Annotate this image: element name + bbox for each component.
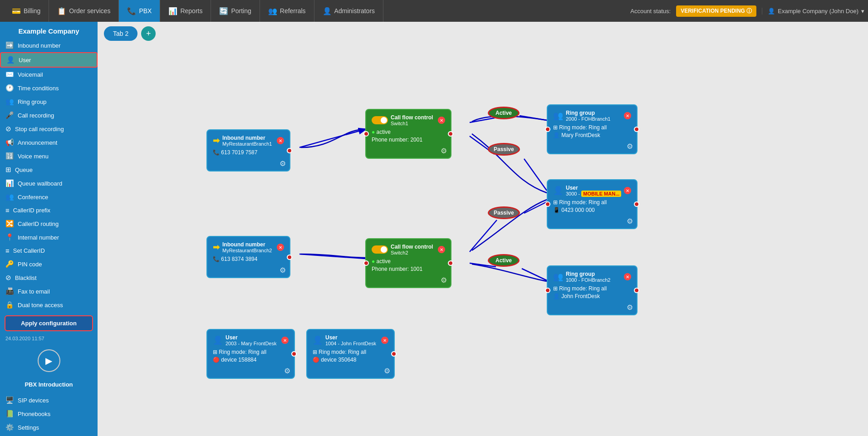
fax-icon: 📠 — [5, 287, 14, 295]
callflow2-close-btn[interactable]: ✕ — [438, 246, 445, 253]
sidebar-item-user[interactable]: 👤 User — [0, 52, 98, 68]
badge-passive1[interactable]: Passive — [488, 143, 520, 156]
inbound2-gear-icon[interactable]: ⚙ — [280, 266, 286, 274]
tab-administrators[interactable]: 👤 Administrators — [314, 0, 383, 22]
user-john-header: 👤 User 1004 - John FrontDesk ✕ — [313, 334, 388, 346]
inbound1-right-connector — [287, 148, 292, 153]
sidebar-item-sip-devices[interactable]: 🖥️ SIP devices — [0, 393, 98, 407]
ringgroup1-close-btn[interactable]: ✕ — [624, 112, 631, 119]
flag-uk: 🇬🇧 — [0, 434, 98, 436]
top-navigation: 💳 Billing 📋 Order services 📞 PBX 📊 Repor… — [0, 0, 868, 22]
sidebar-item-ring-group[interactable]: 👥 Ring group — [0, 95, 98, 108]
user-mary-close-btn[interactable]: ✕ — [281, 337, 289, 344]
svg-line-5 — [524, 159, 547, 191]
sidebar-item-queue-wallboard[interactable]: 📊 Queue wallboard — [0, 176, 98, 190]
sidebar-item-pin-code[interactable]: 🔑 PIN code — [0, 257, 98, 271]
svg-line-2 — [470, 118, 495, 122]
node-user-mary[interactable]: 👤 User 2003 - Mary FrontDesk ✕ ⊞ Ring mo… — [206, 329, 295, 379]
sidebar-item-queue[interactable]: ⊞ Queue — [0, 163, 98, 176]
sidebar-item-stop-call-recording[interactable]: ⊘ Stop call recording — [0, 122, 98, 136]
play-button[interactable]: ▶ — [38, 349, 60, 372]
user-john-gear-icon[interactable]: ⚙ — [384, 367, 390, 375]
user-john-close-btn[interactable]: ✕ — [381, 337, 388, 344]
sip-devices-icon: 🖥️ — [5, 396, 14, 404]
sidebar-item-voice-menu[interactable]: 🔢 Voice menu — [0, 149, 98, 163]
tab-order-services[interactable]: 📋 Order services — [49, 0, 119, 22]
sidebar-item-fax-to-email[interactable]: 📠 Fax to email — [0, 284, 98, 298]
node-user-john[interactable]: 👤 User 1004 - John FrontDesk ✕ ⊞ Ring mo… — [306, 329, 395, 379]
ringgroup2-close-btn[interactable]: ✕ — [624, 273, 631, 280]
callflow1-body: ● active Phone number: 2001 — [372, 129, 445, 143]
content-toolbar: Tab 2 + — [98, 22, 868, 45]
node-ringgroup1[interactable]: 👥 Ring group 2000 - FOHBranch1 ✕ ⊞ Ring … — [547, 104, 638, 154]
mobile-highlight-text: MOBILE MAN... — [581, 191, 621, 197]
sidebar-item-voicemail[interactable]: ✉️ Voicemail — [0, 68, 98, 81]
sidebar-item-phonebooks[interactable]: 📗 Phonebooks — [0, 407, 98, 421]
tab-billing[interactable]: 💳 Billing — [4, 0, 49, 22]
inbound2-body: 📞 613 8374 3894 — [213, 256, 284, 262]
svg-line-0 — [299, 129, 365, 147]
tab-reports[interactable]: 📊 Reports — [160, 0, 211, 22]
sidebar-item-inbound-number[interactable]: ➡️ Inbound number — [0, 39, 98, 52]
sidebar-item-dual-tone[interactable]: 🔒 Dual tone access — [0, 298, 98, 312]
inbound1-gear-icon[interactable]: ⚙ — [280, 159, 286, 168]
inbound2-close-btn[interactable]: ✕ — [277, 244, 284, 251]
node-callflow2[interactable]: Call flow control Switch2 ✕ ● active Pho… — [365, 238, 451, 288]
sidebar-item-settings[interactable]: ⚙️ Settings — [0, 421, 98, 434]
callflow2-gear-icon[interactable]: ⚙ — [441, 276, 447, 284]
node-inbound2[interactable]: ➡ Inbound number MyRestaurantBranch2 ✕ 📞… — [206, 236, 290, 278]
tab-pbx[interactable]: 📞 PBX — [119, 0, 160, 22]
badge-active2[interactable]: Active — [488, 254, 520, 267]
user-info[interactable]: 👤 Example Company (John Doe) ▾ — [762, 8, 864, 15]
badge-passive2[interactable]: Passive — [488, 206, 520, 219]
user-mobile-header: 👤 User 3000 - MOBILE MAN... ✕ — [553, 185, 631, 196]
content-area: Tab 2 + — [98, 22, 868, 436]
wallboard-icon: 📊 — [5, 179, 14, 187]
ringgroup1-gear-icon[interactable]: ⚙ — [627, 142, 633, 151]
sidebar-item-callerid-prefix[interactable]: ≡ CallerID prefix — [0, 204, 98, 217]
pbx-intro-label: PBX Introduction — [0, 377, 98, 390]
pbx-canvas[interactable]: ➡ Inbound number MyRestaurantBranch1 ✕ 📞… — [98, 45, 868, 436]
sidebar-bottom: 🖥️ SIP devices 📗 Phonebooks ⚙️ Settings … — [0, 393, 98, 436]
apply-configuration-button[interactable]: Apply configuration — [5, 315, 93, 331]
callflow1-toggle[interactable] — [372, 116, 388, 124]
user-mobile-left-connector — [545, 201, 550, 207]
user-mobile-icon: 👤 — [553, 186, 563, 196]
sidebar-item-blacklist[interactable]: ⊘ Blacklist — [0, 271, 98, 284]
callflow2-header: Call flow control Switch2 ✕ — [372, 244, 445, 255]
ringgroup2-right-connector — [634, 288, 639, 293]
queue-icon: ⊞ — [5, 166, 11, 174]
node-ringgroup2[interactable]: 👥 Ring group 1000 - FOHBranch2 ✕ ⊞ Ring … — [547, 265, 638, 315]
tab-porting[interactable]: 🔄 Porting — [211, 0, 260, 22]
ringgroup2-gear-icon[interactable]: ⚙ — [627, 303, 633, 312]
sidebar-item-internal-number[interactable]: 📍 Internal number — [0, 230, 98, 244]
badge-active1[interactable]: Active — [488, 107, 520, 119]
sidebar-item-announcement[interactable]: 📢 Announcement — [0, 136, 98, 149]
voice-menu-icon: 🔢 — [5, 152, 14, 160]
tab-referrals[interactable]: 👥 Referrals — [260, 0, 314, 22]
ringgroup1-icon: 👥 — [553, 111, 563, 121]
callflow2-toggle[interactable] — [372, 245, 388, 254]
user-mobile-gear-icon[interactable]: ⚙ — [627, 217, 633, 225]
sidebar-item-call-recording[interactable]: 🎤 Call recording — [0, 108, 98, 122]
inbound1-close-btn[interactable]: ✕ — [277, 137, 284, 144]
sidebar-item-callerid-routing[interactable]: 🔀 CallerID routing — [0, 217, 98, 230]
sidebar-item-set-callerid[interactable]: ≡ Set CallerID — [0, 244, 98, 257]
tab2-button[interactable]: Tab 2 — [104, 26, 137, 41]
node-user-mobile[interactable]: 👤 User 3000 - MOBILE MAN... ✕ ⊞ Ring mod… — [547, 179, 638, 229]
user-sidebar-icon: 👤 — [6, 56, 15, 64]
ringgroup2-header: 👥 Ring group 1000 - FOHBranch2 ✕ — [553, 271, 631, 283]
callflow1-close-btn[interactable]: ✕ — [438, 117, 445, 124]
sidebar-item-conference[interactable]: 👥 Conference — [0, 190, 98, 204]
add-tab-button[interactable]: + — [141, 26, 156, 41]
sidebar-item-time-conditions[interactable]: 🕐 Time conditions — [0, 81, 98, 95]
callflow1-gear-icon[interactable]: ⚙ — [441, 147, 447, 155]
callflow2-body: ● active Phone number: 1001 — [372, 258, 445, 272]
user-mobile-close-btn[interactable]: ✕ — [624, 187, 631, 194]
node-inbound1[interactable]: ➡ Inbound number MyRestaurantBranch1 ✕ 📞… — [206, 129, 290, 171]
verification-badge[interactable]: VERIFICATION PENDING ⓘ — [676, 5, 756, 17]
inbound1-arrow-icon: ➡ — [213, 136, 220, 146]
user-mary-gear-icon[interactable]: ⚙ — [284, 367, 290, 375]
callerid-routing-icon: 🔀 — [5, 220, 14, 228]
node-callflow1[interactable]: Call flow control Switch1 ✕ ● active Pho… — [365, 109, 451, 159]
